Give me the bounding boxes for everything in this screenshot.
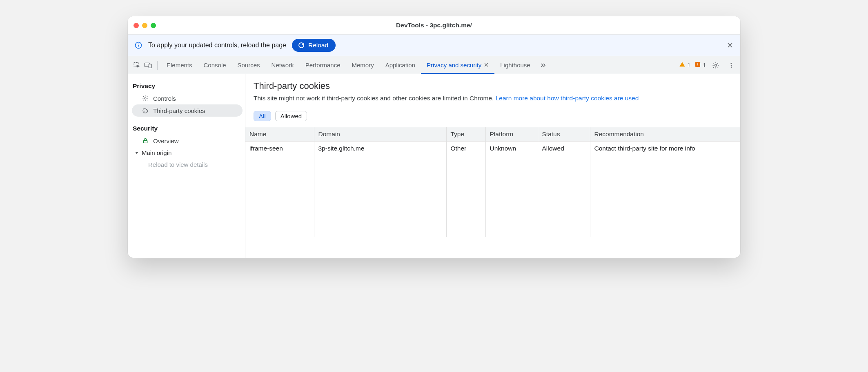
issue-icon [694, 61, 701, 69]
tab-sources[interactable]: Sources [232, 56, 266, 74]
col-header-type[interactable]: Type [446, 127, 485, 142]
sidebar-item-controls[interactable]: Controls [132, 92, 243, 104]
learn-more-link[interactable]: Learn more about how third-party cookies… [496, 95, 639, 102]
info-message: To apply your updated controls, reload t… [148, 42, 286, 49]
svg-point-16 [731, 66, 732, 68]
warning-badge[interactable]: 1 [679, 61, 690, 69]
col-header-name[interactable]: Name [245, 127, 314, 142]
svg-point-15 [731, 64, 732, 66]
main-pane: Third-party cookies This site might not … [245, 74, 740, 258]
table-row[interactable]: iframe-seen 3p-site.glitch.me Other Unkn… [245, 142, 740, 156]
pane-title: Third-party cookies [254, 81, 732, 91]
tab-lighthouse[interactable]: Lighthouse [494, 56, 536, 74]
devtools-window: DevTools - 3pc.glitch.me/ To apply your … [128, 16, 740, 258]
tab-application[interactable]: Application [380, 56, 421, 74]
reload-button[interactable]: Reload [292, 39, 336, 52]
sidebar-item-main-origin[interactable]: Main origin [132, 147, 243, 159]
tab-privacy-and-security[interactable]: Privacy and security [421, 56, 494, 74]
tab-network[interactable]: Network [266, 56, 300, 74]
sidebar: Privacy Controls [128, 74, 245, 258]
title-bar: DevTools - 3pc.glitch.me/ [128, 16, 740, 34]
window-title: DevTools - 3pc.glitch.me/ [128, 22, 740, 29]
cell-name: iframe-seen [245, 142, 314, 156]
svg-point-20 [146, 111, 146, 111]
svg-rect-11 [698, 63, 698, 65]
svg-rect-12 [698, 66, 698, 66]
warning-icon [679, 61, 685, 69]
reload-button-label: Reload [308, 42, 328, 49]
svg-point-18 [144, 110, 145, 110]
status-badges: 1 1 [679, 60, 737, 71]
pane-header: Third-party cookies This site might not … [245, 74, 740, 106]
gear-icon [142, 95, 149, 102]
svg-point-2 [138, 44, 139, 44]
more-tabs-button[interactable] [536, 62, 551, 69]
cell-platform: Unknown [485, 142, 538, 156]
filter-chips: All Allowed [245, 106, 740, 127]
issue-count: 1 [703, 62, 706, 69]
info-icon [134, 41, 142, 49]
close-tab-icon[interactable] [484, 62, 489, 69]
filter-chip-allowed[interactable]: Allowed [275, 111, 307, 121]
window-controls [134, 23, 156, 28]
cell-type: Other [446, 142, 485, 156]
svg-point-17 [145, 97, 146, 99]
tab-performance[interactable]: Performance [300, 56, 346, 74]
reload-icon [298, 42, 305, 49]
sidebar-section-security: Security [132, 122, 243, 135]
sidebar-main-origin-subtext: Reload to view details [132, 159, 243, 170]
panel-tabs: Elements Console Sources Network Perform… [161, 56, 536, 74]
cell-domain: 3p-site.glitch.me [314, 142, 446, 156]
close-info-bar-button[interactable] [726, 42, 734, 49]
col-header-recommendation[interactable]: Recommendation [590, 127, 740, 142]
warning-count: 1 [687, 62, 690, 69]
filter-chip-all[interactable]: All [254, 111, 271, 121]
sidebar-item-label: Main origin [142, 149, 171, 156]
maximize-window-button[interactable] [151, 23, 156, 28]
lock-icon [142, 137, 149, 144]
cookie-icon [142, 107, 149, 114]
sidebar-item-label: Overview [153, 137, 179, 144]
svg-rect-7 [149, 64, 151, 68]
settings-icon[interactable] [710, 60, 721, 71]
chevron-down-icon [134, 151, 139, 155]
device-toolbar-icon[interactable] [142, 60, 154, 71]
col-header-status[interactable]: Status [538, 127, 590, 142]
svg-rect-21 [143, 140, 147, 143]
close-window-button[interactable] [134, 23, 139, 28]
sidebar-section-privacy: Privacy [132, 80, 243, 92]
sidebar-item-label: Controls [153, 95, 176, 102]
sidebar-item-third-party-cookies[interactable]: Third-party cookies [132, 104, 243, 117]
toolbar-divider [157, 61, 158, 70]
svg-point-19 [145, 111, 145, 111]
tab-memory[interactable]: Memory [346, 56, 380, 74]
main-toolbar: Elements Console Sources Network Perform… [128, 56, 740, 74]
table-filler [245, 155, 740, 237]
info-bar: To apply your updated controls, reload t… [128, 34, 740, 56]
sidebar-item-overview[interactable]: Overview [132, 135, 243, 147]
table-header-row: Name Domain Type Platform Status Recomme… [245, 127, 740, 142]
svg-point-13 [715, 64, 717, 66]
content-area: Privacy Controls [128, 74, 740, 258]
issue-badge[interactable]: 1 [694, 61, 706, 69]
sidebar-item-label: Third-party cookies [153, 107, 205, 114]
tab-console[interactable]: Console [198, 56, 232, 74]
col-header-platform[interactable]: Platform [485, 127, 538, 142]
cell-status: Allowed [538, 142, 590, 156]
more-options-icon[interactable] [726, 60, 737, 71]
cell-recommendation: Contact third-party site for more info [590, 142, 740, 156]
pane-subtitle: This site might not work if third-party … [254, 95, 732, 102]
minimize-window-button[interactable] [142, 23, 147, 28]
tab-elements[interactable]: Elements [161, 56, 198, 74]
svg-point-14 [731, 63, 732, 64]
cookies-table: Name Domain Type Platform Status Recomme… [245, 127, 740, 258]
inspect-element-icon[interactable] [131, 60, 142, 71]
col-header-domain[interactable]: Domain [314, 127, 446, 142]
